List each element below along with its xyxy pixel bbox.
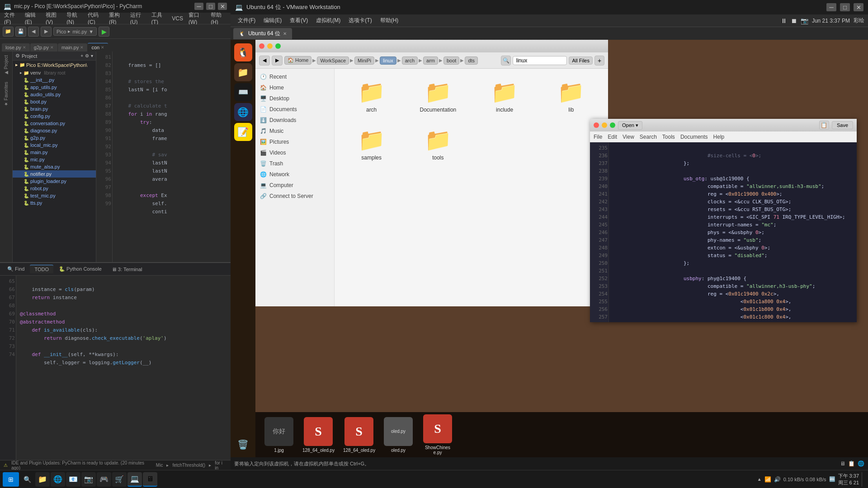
windows-clock[interactable]: 下午 3:37 周三 6 21 (838, 473, 859, 486)
tab-todo[interactable]: TODO (30, 265, 53, 273)
tree-config[interactable]: 🐍config.py (13, 113, 96, 120)
toolbar-save[interactable]: 💾 (15, 27, 26, 37)
te-minimize-btn[interactable] (602, 122, 607, 128)
te-menu-help[interactable]: Help (713, 134, 725, 140)
taskbar-icon-code[interactable]: 💻 (127, 472, 142, 487)
sidebar-music[interactable]: 🎵Music (255, 126, 334, 136)
te-toolbar-icon[interactable]: 📋 (819, 121, 829, 130)
dock-trash[interactable]: 🗑️ (234, 436, 252, 454)
taskbar-icon-camera[interactable]: 📷 (81, 472, 96, 487)
folder-arch[interactable]: 📁 arch (342, 76, 401, 117)
tray-keyboard[interactable]: 🔤 (829, 476, 835, 482)
vmware-close[interactable]: ✕ (854, 3, 863, 11)
menu-tools[interactable]: 工具(T) (149, 10, 169, 26)
taskbar-icon-mail[interactable]: 📧 (66, 472, 80, 487)
vmware-minimize[interactable]: ─ (826, 3, 836, 11)
bc-boot[interactable]: boot (443, 56, 459, 65)
tree-diagnose[interactable]: 🐍diagnose.py (13, 127, 96, 134)
tab-terminal[interactable]: 🖥 3: Terminal (107, 265, 147, 273)
vmware-tab-ubuntu[interactable]: 🐧 Ubuntu 64 位 ✕ (233, 28, 292, 39)
tree-apputils[interactable]: 🐍app_utils.py (13, 84, 96, 91)
launcher-item-oledpy[interactable]: oled.py oled.py (384, 417, 413, 453)
vmware-menu-help[interactable]: 帮助(H) (377, 15, 402, 26)
dock-ubuntu-logo[interactable]: 🐧 (234, 43, 252, 61)
te-menu-search[interactable]: Search (640, 134, 657, 140)
fm-forward-btn[interactable]: ▶ (272, 56, 283, 66)
vmware-menu-view[interactable]: 查看(V) (286, 15, 311, 26)
te-open-btn[interactable]: Open ▾ (618, 121, 642, 130)
fm-close-btn[interactable] (259, 43, 264, 49)
fm-back-btn[interactable]: ◀ (259, 56, 270, 66)
tab-con[interactable]: con✕ (88, 43, 108, 52)
sidebar-desktop[interactable]: 🖥️Desktop (255, 93, 334, 104)
sidebar-videos[interactable]: 🎬Videos (255, 147, 334, 158)
folder-lib[interactable]: 📁 lib (542, 76, 601, 117)
vmware-toolbar-snapshot[interactable]: 📷 (801, 17, 808, 24)
fm-view-list[interactable]: All Files (569, 56, 593, 65)
fm-search-input[interactable] (513, 56, 567, 65)
pycharm-close[interactable]: ✕ (218, 3, 227, 10)
sidebar-downloads[interactable]: ⬇️Downloads (255, 115, 334, 126)
tree-pluginloader[interactable]: 🐍plugin_loader.py (13, 178, 96, 185)
tray-show-desktop[interactable] (862, 472, 865, 487)
toolbar-run[interactable]: ▶ (99, 27, 109, 37)
menu-refactor[interactable]: 重构(R) (107, 10, 127, 26)
vmware-toolbar-icon1[interactable]: ⏸ (781, 17, 787, 24)
vmware-menu-vm[interactable]: 虚拟机(M) (312, 15, 344, 26)
sidebar-computer[interactable]: 💻Computer (255, 180, 334, 191)
fm-maximize-btn[interactable] (275, 43, 281, 49)
tree-init[interactable]: 🐍__init__.py (13, 76, 96, 84)
vmware-menu-file[interactable]: 文件(F) (234, 15, 259, 26)
vmware-tab-close[interactable]: ✕ (283, 31, 287, 36)
tree-notifier[interactable]: 🐍notifier.py (13, 170, 96, 178)
folder-samples[interactable]: 📁 samples (342, 124, 401, 164)
ubuntu-vm-content[interactable]: 🐧 📁 ⌨️ 🌐 📝 🗑️ ◀ ▶ (231, 40, 868, 457)
tab-g2p[interactable]: g2p.py✕ (30, 43, 57, 52)
launcher-item-oled2[interactable]: S 128_64_oled.py (343, 417, 375, 453)
dock-files[interactable]: 📁 (234, 63, 252, 81)
tree-mainpy[interactable]: 🐍main.py (13, 149, 96, 156)
vmware-menu-tabs[interactable]: 选项卡(T) (345, 15, 375, 26)
bc-arm[interactable]: arm (423, 56, 438, 65)
tray-arrow[interactable]: ▲ (757, 477, 762, 482)
menu-run[interactable]: 运行(U) (128, 10, 148, 26)
sidebar-recent[interactable]: 🕐Recent (255, 71, 334, 82)
sidebar-documents[interactable]: 📄Documents (255, 104, 334, 115)
tree-robot[interactable]: 🐍robot.py (13, 185, 96, 192)
folder-include[interactable]: 📁 include (475, 76, 534, 117)
taskbar-icon-game[interactable]: 🎮 (97, 472, 111, 487)
launcher-item-jpg[interactable]: 你好 1.jpg (264, 417, 293, 453)
favorites-icon[interactable]: ★ Favorites (3, 80, 9, 108)
dock-browser[interactable]: 🌐 (234, 103, 252, 121)
tree-boot[interactable]: 🐍boot.py (13, 98, 96, 105)
menu-vcs[interactable]: VCS (170, 14, 185, 23)
launcher-item-showchines[interactable]: S ShowChines e.py (422, 414, 453, 455)
te-code-content[interactable]: #size-cells = <0>; }; usb_otg: usb@1c190… (609, 142, 857, 322)
tree-micpy[interactable]: 🐍mic.py (13, 156, 96, 163)
toolbar-back[interactable]: ◀ (28, 27, 39, 37)
windows-search-icon[interactable]: 🔍 (20, 472, 34, 487)
pycharm-minimize[interactable]: ─ (194, 3, 203, 10)
te-menu-tools[interactable]: Tools (662, 134, 675, 140)
tab-main[interactable]: main.py✕ (58, 43, 88, 52)
tree-brain[interactable]: 🐍brain.py (13, 105, 96, 113)
pycharm-maximize[interactable]: □ (206, 3, 215, 10)
bc-minipi[interactable]: MiniPi (354, 56, 374, 65)
bc-dts[interactable]: dts (465, 56, 478, 65)
taskbar-icon-store[interactable]: 🛒 (112, 472, 127, 487)
dock-terminal[interactable]: ⌨️ (234, 83, 252, 101)
tab-find[interactable]: 🔍 Find (3, 265, 29, 273)
menu-edit[interactable]: 编辑(E) (23, 10, 42, 26)
tree-localmic[interactable]: 🐍local_mic.py (13, 141, 96, 149)
vmware-maximize[interactable]: □ (840, 3, 850, 11)
tree-testmic[interactable]: 🐍test_mic.py (13, 192, 96, 199)
code-editor[interactable]: 81828384858687888990919293949596979899 f… (96, 52, 231, 262)
code-content[interactable]: frames = [] # stores the lastN = [i fo #… (113, 52, 231, 262)
folder-documentation[interactable]: 📁 Documentation (408, 76, 467, 117)
tree-tts[interactable]: 🐍tts.py (13, 199, 96, 206)
breadcrumb-selector[interactable]: Pico▸mic.py▼ (53, 27, 97, 36)
sidebar-connect-server[interactable]: 🔗Connect to Server (255, 191, 334, 202)
menu-view[interactable]: 视图(V) (43, 10, 63, 26)
te-save-btn[interactable]: Save (832, 121, 853, 129)
toolbar-forward[interactable]: ▶ (41, 27, 52, 37)
